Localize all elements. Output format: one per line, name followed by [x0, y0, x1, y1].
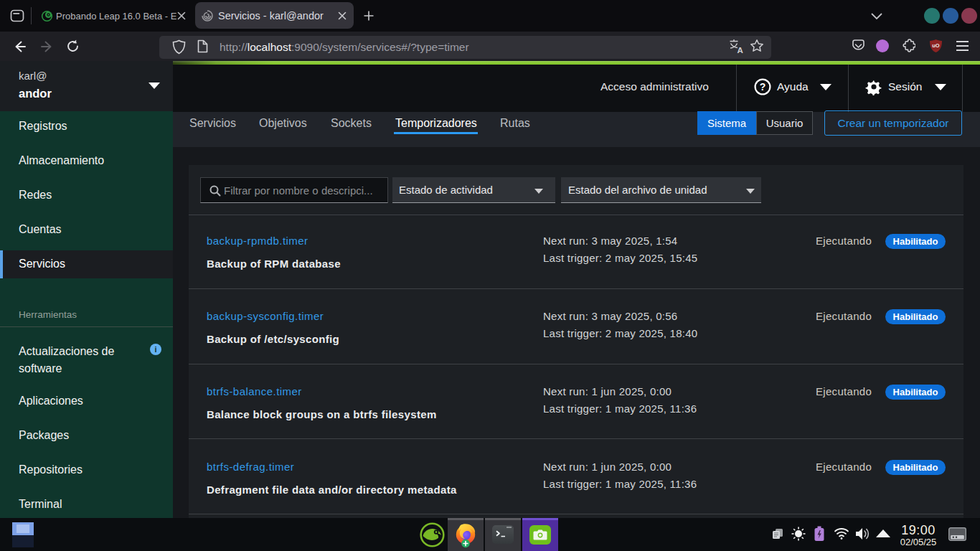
svg-text:uO: uO	[932, 42, 940, 49]
svg-text:A: A	[738, 46, 743, 54]
svg-text:?: ?	[760, 81, 766, 93]
